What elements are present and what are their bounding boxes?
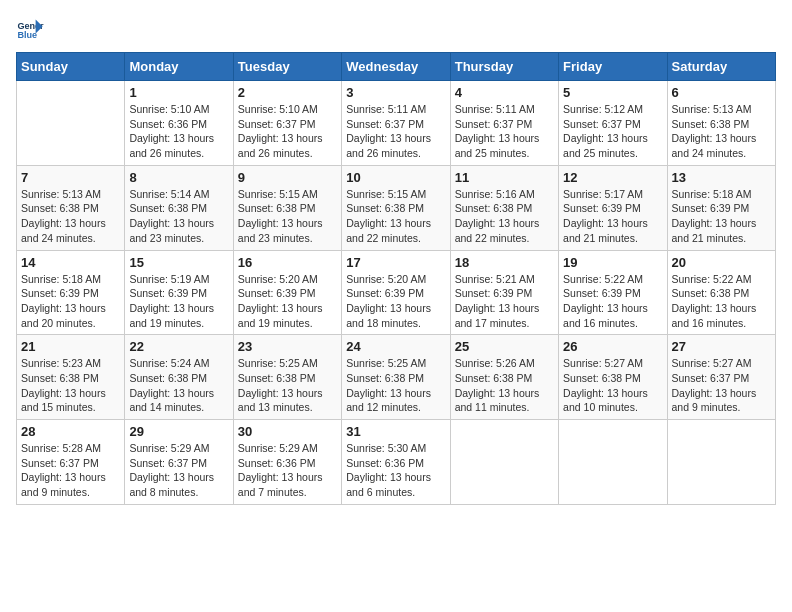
day-info: Sunrise: 5:13 AM Sunset: 6:38 PM Dayligh…: [672, 102, 771, 161]
calendar-week-3: 14Sunrise: 5:18 AM Sunset: 6:39 PM Dayli…: [17, 250, 776, 335]
calendar-cell: 3Sunrise: 5:11 AM Sunset: 6:37 PM Daylig…: [342, 81, 450, 166]
day-number: 1: [129, 85, 228, 100]
calendar-cell: 27Sunrise: 5:27 AM Sunset: 6:37 PM Dayli…: [667, 335, 775, 420]
day-number: 3: [346, 85, 445, 100]
day-info: Sunrise: 5:10 AM Sunset: 6:36 PM Dayligh…: [129, 102, 228, 161]
calendar-header-friday: Friday: [559, 53, 667, 81]
calendar-cell: 21Sunrise: 5:23 AM Sunset: 6:38 PM Dayli…: [17, 335, 125, 420]
day-info: Sunrise: 5:27 AM Sunset: 6:37 PM Dayligh…: [672, 356, 771, 415]
day-number: 24: [346, 339, 445, 354]
day-info: Sunrise: 5:21 AM Sunset: 6:39 PM Dayligh…: [455, 272, 554, 331]
calendar-table: SundayMondayTuesdayWednesdayThursdayFrid…: [16, 52, 776, 505]
calendar-cell: 31Sunrise: 5:30 AM Sunset: 6:36 PM Dayli…: [342, 420, 450, 505]
day-number: 8: [129, 170, 228, 185]
day-info: Sunrise: 5:15 AM Sunset: 6:38 PM Dayligh…: [238, 187, 337, 246]
calendar-cell: 9Sunrise: 5:15 AM Sunset: 6:38 PM Daylig…: [233, 165, 341, 250]
calendar-cell: 18Sunrise: 5:21 AM Sunset: 6:39 PM Dayli…: [450, 250, 558, 335]
day-info: Sunrise: 5:23 AM Sunset: 6:38 PM Dayligh…: [21, 356, 120, 415]
svg-text:Blue: Blue: [17, 30, 37, 40]
calendar-cell: [559, 420, 667, 505]
day-info: Sunrise: 5:15 AM Sunset: 6:38 PM Dayligh…: [346, 187, 445, 246]
day-number: 17: [346, 255, 445, 270]
calendar-header-tuesday: Tuesday: [233, 53, 341, 81]
page-header: General Blue: [16, 16, 776, 44]
calendar-cell: 23Sunrise: 5:25 AM Sunset: 6:38 PM Dayli…: [233, 335, 341, 420]
calendar-header-monday: Monday: [125, 53, 233, 81]
calendar-body: 1Sunrise: 5:10 AM Sunset: 6:36 PM Daylig…: [17, 81, 776, 505]
day-info: Sunrise: 5:28 AM Sunset: 6:37 PM Dayligh…: [21, 441, 120, 500]
day-number: 2: [238, 85, 337, 100]
calendar-cell: 19Sunrise: 5:22 AM Sunset: 6:39 PM Dayli…: [559, 250, 667, 335]
day-info: Sunrise: 5:25 AM Sunset: 6:38 PM Dayligh…: [238, 356, 337, 415]
calendar-cell: 22Sunrise: 5:24 AM Sunset: 6:38 PM Dayli…: [125, 335, 233, 420]
day-info: Sunrise: 5:18 AM Sunset: 6:39 PM Dayligh…: [672, 187, 771, 246]
calendar-cell: 20Sunrise: 5:22 AM Sunset: 6:38 PM Dayli…: [667, 250, 775, 335]
calendar-cell: 10Sunrise: 5:15 AM Sunset: 6:38 PM Dayli…: [342, 165, 450, 250]
day-info: Sunrise: 5:30 AM Sunset: 6:36 PM Dayligh…: [346, 441, 445, 500]
calendar-cell: 1Sunrise: 5:10 AM Sunset: 6:36 PM Daylig…: [125, 81, 233, 166]
calendar-cell: [17, 81, 125, 166]
calendar-cell: 13Sunrise: 5:18 AM Sunset: 6:39 PM Dayli…: [667, 165, 775, 250]
day-info: Sunrise: 5:11 AM Sunset: 6:37 PM Dayligh…: [346, 102, 445, 161]
calendar-cell: 8Sunrise: 5:14 AM Sunset: 6:38 PM Daylig…: [125, 165, 233, 250]
day-number: 14: [21, 255, 120, 270]
calendar-header-wednesday: Wednesday: [342, 53, 450, 81]
calendar-cell: [667, 420, 775, 505]
calendar-cell: 2Sunrise: 5:10 AM Sunset: 6:37 PM Daylig…: [233, 81, 341, 166]
calendar-cell: 7Sunrise: 5:13 AM Sunset: 6:38 PM Daylig…: [17, 165, 125, 250]
calendar-week-4: 21Sunrise: 5:23 AM Sunset: 6:38 PM Dayli…: [17, 335, 776, 420]
day-number: 23: [238, 339, 337, 354]
day-info: Sunrise: 5:27 AM Sunset: 6:38 PM Dayligh…: [563, 356, 662, 415]
calendar-week-5: 28Sunrise: 5:28 AM Sunset: 6:37 PM Dayli…: [17, 420, 776, 505]
day-number: 25: [455, 339, 554, 354]
day-number: 15: [129, 255, 228, 270]
calendar-cell: 17Sunrise: 5:20 AM Sunset: 6:39 PM Dayli…: [342, 250, 450, 335]
day-number: 19: [563, 255, 662, 270]
day-number: 7: [21, 170, 120, 185]
day-number: 28: [21, 424, 120, 439]
calendar-week-2: 7Sunrise: 5:13 AM Sunset: 6:38 PM Daylig…: [17, 165, 776, 250]
day-number: 12: [563, 170, 662, 185]
calendar-cell: 12Sunrise: 5:17 AM Sunset: 6:39 PM Dayli…: [559, 165, 667, 250]
day-info: Sunrise: 5:29 AM Sunset: 6:37 PM Dayligh…: [129, 441, 228, 500]
day-number: 30: [238, 424, 337, 439]
day-number: 11: [455, 170, 554, 185]
day-number: 22: [129, 339, 228, 354]
day-info: Sunrise: 5:18 AM Sunset: 6:39 PM Dayligh…: [21, 272, 120, 331]
calendar-cell: 5Sunrise: 5:12 AM Sunset: 6:37 PM Daylig…: [559, 81, 667, 166]
day-number: 26: [563, 339, 662, 354]
day-info: Sunrise: 5:22 AM Sunset: 6:38 PM Dayligh…: [672, 272, 771, 331]
day-info: Sunrise: 5:20 AM Sunset: 6:39 PM Dayligh…: [238, 272, 337, 331]
day-info: Sunrise: 5:25 AM Sunset: 6:38 PM Dayligh…: [346, 356, 445, 415]
calendar-cell: 6Sunrise: 5:13 AM Sunset: 6:38 PM Daylig…: [667, 81, 775, 166]
day-number: 9: [238, 170, 337, 185]
day-number: 16: [238, 255, 337, 270]
day-info: Sunrise: 5:22 AM Sunset: 6:39 PM Dayligh…: [563, 272, 662, 331]
logo-icon: General Blue: [16, 16, 44, 44]
calendar-cell: 15Sunrise: 5:19 AM Sunset: 6:39 PM Dayli…: [125, 250, 233, 335]
day-number: 4: [455, 85, 554, 100]
day-info: Sunrise: 5:12 AM Sunset: 6:37 PM Dayligh…: [563, 102, 662, 161]
calendar-cell: 29Sunrise: 5:29 AM Sunset: 6:37 PM Dayli…: [125, 420, 233, 505]
day-info: Sunrise: 5:13 AM Sunset: 6:38 PM Dayligh…: [21, 187, 120, 246]
day-number: 27: [672, 339, 771, 354]
day-info: Sunrise: 5:26 AM Sunset: 6:38 PM Dayligh…: [455, 356, 554, 415]
calendar-cell: 30Sunrise: 5:29 AM Sunset: 6:36 PM Dayli…: [233, 420, 341, 505]
day-info: Sunrise: 5:17 AM Sunset: 6:39 PM Dayligh…: [563, 187, 662, 246]
calendar-header-thursday: Thursday: [450, 53, 558, 81]
day-info: Sunrise: 5:14 AM Sunset: 6:38 PM Dayligh…: [129, 187, 228, 246]
day-number: 5: [563, 85, 662, 100]
day-number: 31: [346, 424, 445, 439]
calendar-cell: 28Sunrise: 5:28 AM Sunset: 6:37 PM Dayli…: [17, 420, 125, 505]
calendar-header-row: SundayMondayTuesdayWednesdayThursdayFrid…: [17, 53, 776, 81]
calendar-cell: 26Sunrise: 5:27 AM Sunset: 6:38 PM Dayli…: [559, 335, 667, 420]
day-info: Sunrise: 5:29 AM Sunset: 6:36 PM Dayligh…: [238, 441, 337, 500]
day-info: Sunrise: 5:16 AM Sunset: 6:38 PM Dayligh…: [455, 187, 554, 246]
day-number: 20: [672, 255, 771, 270]
calendar-cell: 14Sunrise: 5:18 AM Sunset: 6:39 PM Dayli…: [17, 250, 125, 335]
day-number: 10: [346, 170, 445, 185]
calendar-header-saturday: Saturday: [667, 53, 775, 81]
day-number: 29: [129, 424, 228, 439]
day-number: 18: [455, 255, 554, 270]
calendar-week-1: 1Sunrise: 5:10 AM Sunset: 6:36 PM Daylig…: [17, 81, 776, 166]
